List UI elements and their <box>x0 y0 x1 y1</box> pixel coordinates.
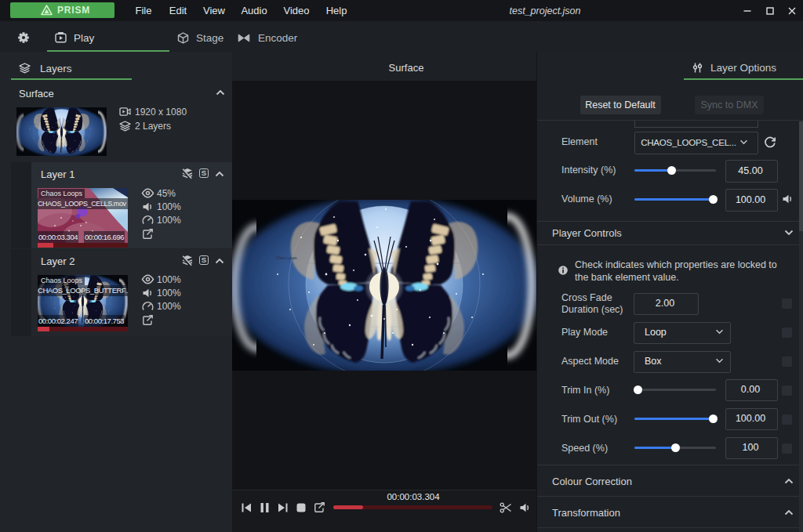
svg-text:Chaos Loops: Chaos Loops <box>276 256 297 260</box>
